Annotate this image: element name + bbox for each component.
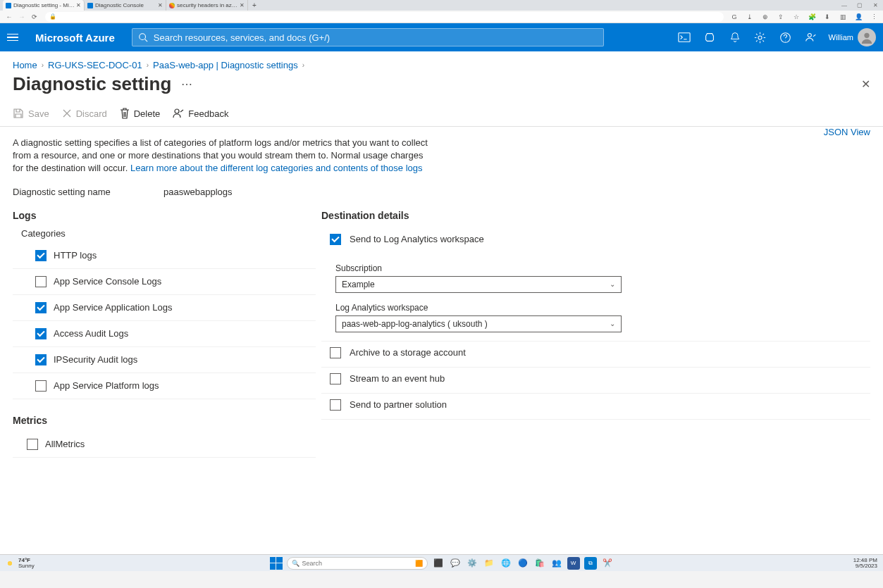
feedback-button[interactable]: Feedback bbox=[173, 108, 228, 119]
tab-close-icon[interactable]: ✕ bbox=[158, 2, 163, 8]
checkbox-log-analytics[interactable] bbox=[330, 234, 341, 245]
taskbar-clock[interactable]: 12:48 PM 9/5/2023 bbox=[848, 558, 883, 569]
log-label: Access Audit Logs bbox=[54, 328, 128, 339]
browser-tab-0[interactable]: Diagnostic setting - Microsoft A ✕ bbox=[3, 0, 85, 11]
checkbox-application-logs[interactable] bbox=[35, 302, 47, 313]
clock-date: 9/5/2023 bbox=[853, 563, 877, 569]
help-icon[interactable] bbox=[774, 23, 798, 51]
breadcrumb-home[interactable]: Home bbox=[13, 60, 37, 70]
breadcrumb-rg[interactable]: RG-UKS-SEC-DOC-01 bbox=[48, 60, 142, 70]
azure-brand[interactable]: Microsoft Azure bbox=[35, 32, 115, 44]
favicon-google-icon bbox=[169, 3, 175, 8]
store-icon[interactable]: 🛍️ bbox=[533, 557, 546, 570]
checkbox-partner[interactable] bbox=[330, 399, 341, 411]
delete-button[interactable]: Delete bbox=[120, 108, 161, 119]
feedback-label: Feedback bbox=[188, 108, 228, 119]
address-input[interactable]: 🔒 bbox=[45, 12, 724, 22]
word-icon[interactable]: W bbox=[567, 557, 580, 570]
profile-icon[interactable]: 👤 bbox=[853, 12, 863, 22]
chrome-icon[interactable]: 🔵 bbox=[517, 557, 529, 570]
azure-search[interactable] bbox=[132, 28, 604, 46]
weather-cond: Sunny bbox=[18, 563, 35, 569]
explorer-icon[interactable]: 📁 bbox=[483, 557, 495, 570]
install-icon[interactable]: ⤓ bbox=[745, 12, 755, 22]
copilot-icon[interactable] bbox=[698, 23, 722, 51]
checkbox-ipsecurity-logs[interactable] bbox=[35, 354, 47, 365]
share-icon[interactable]: ⇪ bbox=[776, 12, 786, 22]
bookmark-icon[interactable]: ☆ bbox=[791, 12, 801, 22]
page-description: A diagnostic setting specifies a list of… bbox=[13, 137, 436, 175]
subscription-dropdown[interactable]: Example ⌄ bbox=[335, 276, 622, 293]
start-button-icon[interactable] bbox=[270, 557, 283, 570]
subscription-label: Subscription bbox=[335, 263, 870, 273]
tab-close-icon[interactable]: ✕ bbox=[76, 2, 81, 8]
learn-more-link[interactable]: Learn more about the different log categ… bbox=[130, 163, 423, 173]
page-body: Home › RG-UKS-SEC-DOC-01 › PaaS-web-app … bbox=[0, 51, 883, 571]
window-maximize-icon[interactable]: ▢ bbox=[852, 0, 867, 11]
browser-tab-1[interactable]: Diagnostic Console ✕ bbox=[85, 0, 166, 11]
log-category-row: App Service Platform logs bbox=[13, 373, 316, 399]
breadcrumb-resource[interactable]: PaaS-web-app | Diagnostic settings bbox=[153, 60, 298, 70]
window-close-icon[interactable]: ✕ bbox=[867, 0, 883, 11]
checkbox-http-logs[interactable] bbox=[35, 250, 47, 261]
chevron-down-icon: ⌄ bbox=[610, 280, 615, 288]
azure-search-input[interactable] bbox=[154, 32, 598, 43]
nav-forward-icon[interactable]: → bbox=[17, 12, 27, 22]
feedback-header-icon[interactable] bbox=[799, 23, 823, 51]
dest-label: Stream to an event hub bbox=[350, 373, 445, 384]
edge-icon[interactable]: 🌐 bbox=[500, 557, 512, 570]
zoom-icon[interactable]: ⊕ bbox=[760, 12, 770, 22]
log-label: IPSecurity Audit logs bbox=[54, 354, 137, 365]
checkbox-allmetrics[interactable] bbox=[27, 439, 38, 450]
discard-label: Discard bbox=[76, 108, 107, 119]
gtranslate-icon[interactable]: G bbox=[729, 12, 739, 22]
checkbox-storage[interactable] bbox=[330, 347, 341, 358]
save-button[interactable]: Save bbox=[13, 108, 49, 119]
browser-tab-2[interactable]: security headers in azure app se ✕ bbox=[166, 0, 248, 11]
save-icon bbox=[13, 108, 24, 119]
dest-eventhub-row: Stream to an event hub bbox=[321, 368, 870, 394]
teams-icon[interactable]: 👥 bbox=[550, 557, 563, 570]
checkbox-console-logs[interactable] bbox=[35, 276, 47, 287]
more-actions-icon[interactable]: ⋯ bbox=[181, 77, 192, 91]
reading-list-icon[interactable]: ▥ bbox=[838, 12, 848, 22]
checkbox-eventhub[interactable] bbox=[330, 373, 341, 384]
checkbox-access-audit-logs[interactable] bbox=[35, 328, 47, 339]
new-tab-button[interactable]: + bbox=[248, 1, 261, 9]
settings-icon[interactable] bbox=[748, 23, 772, 51]
notifications-icon[interactable] bbox=[723, 23, 747, 51]
tab-close-icon[interactable]: ✕ bbox=[240, 2, 245, 8]
workspace-dropdown[interactable]: paas-web-app-log-analytics ( uksouth ) ⌄ bbox=[335, 315, 622, 332]
chrome-menu-icon[interactable]: ⋮ bbox=[869, 12, 879, 22]
logs-heading: Logs bbox=[13, 210, 316, 221]
snip-icon[interactable]: ✂️ bbox=[601, 557, 614, 570]
vscode-icon[interactable]: ⧉ bbox=[584, 557, 597, 570]
svg-point-3 bbox=[758, 35, 762, 39]
discard-button[interactable]: Discard bbox=[62, 108, 107, 119]
taskbar-weather[interactable]: 74°F Sunny bbox=[0, 558, 40, 569]
json-view-link[interactable]: JSON View bbox=[824, 127, 870, 137]
metrics-heading: Metrics bbox=[13, 415, 316, 426]
nav-reload-icon[interactable]: ⟳ bbox=[30, 12, 39, 22]
nav-back-icon[interactable]: ← bbox=[4, 12, 14, 22]
downloads-icon[interactable]: ⬇ bbox=[822, 12, 832, 22]
extensions-icon[interactable]: 🧩 bbox=[807, 12, 817, 22]
chevron-right-icon: › bbox=[42, 61, 44, 69]
header-user[interactable]: William bbox=[829, 28, 876, 46]
taskbar-search[interactable]: 🔍 Search 🟧 bbox=[287, 557, 428, 570]
window-minimize-icon[interactable]: — bbox=[836, 0, 852, 11]
close-blade-icon[interactable]: ✕ bbox=[861, 77, 870, 91]
settings-tb-icon[interactable]: ⚙️ bbox=[466, 557, 478, 570]
save-label: Save bbox=[28, 108, 49, 119]
categories-heading: Categories bbox=[21, 228, 316, 239]
browser-addressbar: ← → ⟳ 🔒 G ⤓ ⊕ ⇪ ☆ 🧩 ⬇ ▥ 👤 ⋮ bbox=[0, 11, 883, 23]
log-label: App Service Application Logs bbox=[54, 302, 172, 313]
chat-icon[interactable]: 💬 bbox=[449, 557, 462, 570]
cloud-shell-icon[interactable] bbox=[672, 23, 696, 51]
destinations-heading: Destination details bbox=[321, 210, 870, 221]
hamburger-menu-icon[interactable] bbox=[7, 30, 21, 44]
checkbox-platform-logs[interactable] bbox=[35, 380, 47, 392]
dest-label: Send to partner solution bbox=[350, 399, 447, 410]
task-view-icon[interactable]: ⬛ bbox=[432, 557, 445, 570]
search-icon bbox=[138, 32, 148, 42]
